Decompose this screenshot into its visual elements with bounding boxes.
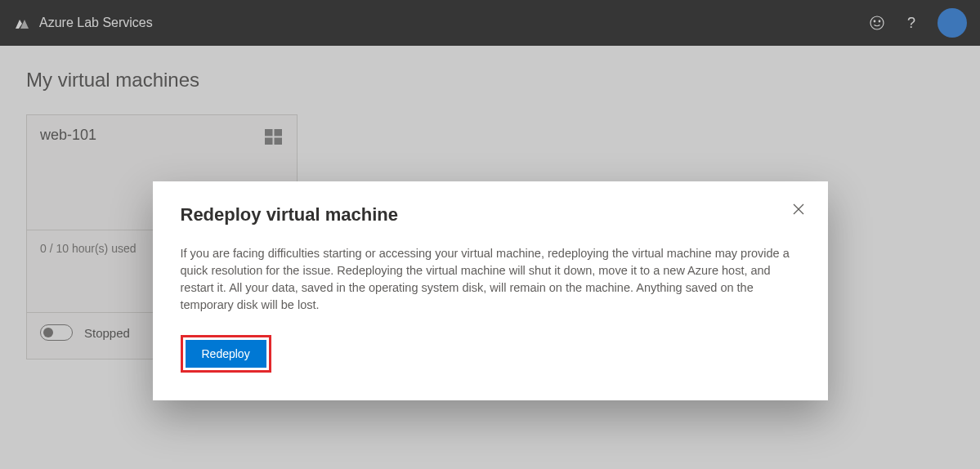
- modal-overlay[interactable]: Redeploy virtual machine If you are faci…: [0, 0, 980, 469]
- redeploy-button[interactable]: Redeploy: [186, 340, 266, 368]
- redeploy-highlight: Redeploy: [181, 335, 271, 373]
- close-icon[interactable]: [789, 199, 808, 219]
- dialog-title: Redeploy virtual machine: [181, 204, 800, 226]
- dialog-body: If you are facing difficulties starting …: [181, 245, 800, 314]
- redeploy-dialog: Redeploy virtual machine If you are faci…: [153, 181, 828, 400]
